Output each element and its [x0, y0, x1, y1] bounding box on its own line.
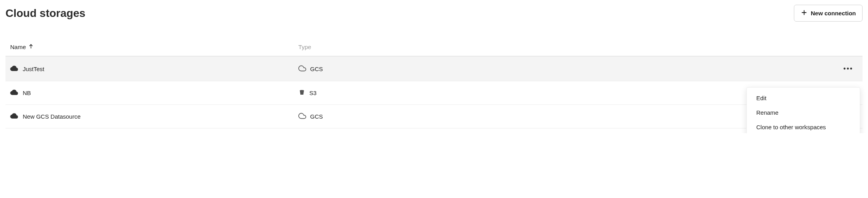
storage-name: JustTest [23, 66, 44, 72]
column-header-type[interactable]: Type [298, 44, 858, 50]
storages-table: Name Type JustTest GCS [5, 40, 863, 128]
storage-type: GCS [310, 113, 323, 120]
more-actions-button[interactable]: ••• [840, 64, 856, 74]
storage-name-cell: NB [10, 88, 298, 97]
storage-name-cell: JustTest [10, 64, 298, 73]
storage-type-cell: GCS [298, 64, 840, 73]
storage-name-cell: New GCS Datasource [10, 112, 298, 121]
s3-bucket-icon [298, 89, 305, 97]
plus-icon [801, 9, 808, 17]
cloud-icon [10, 88, 18, 97]
svg-point-3 [300, 90, 304, 91]
cloud-icon [10, 112, 18, 121]
new-connection-button[interactable]: New connection [794, 5, 863, 22]
cloud-icon [10, 64, 18, 73]
table-row[interactable]: JustTest GCS ••• [5, 57, 863, 81]
column-name-label: Name [10, 44, 26, 50]
row-context-menu: Edit Rename Clone to other workspaces [746, 87, 860, 133]
new-connection-label: New connection [811, 10, 856, 16]
storage-name: New GCS Datasource [23, 113, 81, 120]
table-row[interactable]: New GCS Datasource GCS [5, 105, 863, 128]
menu-item-rename[interactable]: Rename [747, 105, 860, 120]
sort-asc-icon [28, 44, 34, 50]
menu-item-clone[interactable]: Clone to other workspaces [747, 120, 860, 133]
gcs-icon [298, 64, 306, 73]
table-row[interactable]: NB S3 [5, 81, 863, 105]
storage-type: GCS [310, 66, 323, 72]
table-header: Name Type [5, 40, 863, 57]
page-title: Cloud storages [5, 7, 85, 20]
column-type-label: Type [298, 44, 311, 50]
column-header-name[interactable]: Name [10, 44, 298, 50]
menu-item-edit[interactable]: Edit [747, 91, 860, 105]
more-horizontal-icon: ••• [843, 65, 853, 73]
storage-name: NB [23, 90, 31, 96]
gcs-icon [298, 112, 306, 121]
storage-type: S3 [309, 90, 316, 96]
